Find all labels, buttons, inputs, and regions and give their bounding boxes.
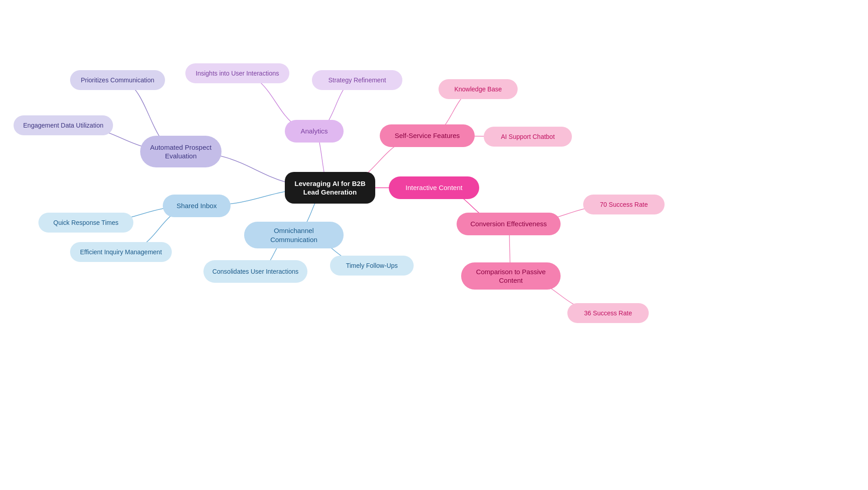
- timely-followups-node: Timely Follow-Ups: [330, 256, 414, 276]
- insights-user-node: Insights into User Interactions: [185, 63, 289, 83]
- consolidates-node: Consolidates User Interactions: [203, 260, 307, 283]
- automated-prospect-node: Automated Prospect Evaluation: [140, 136, 222, 167]
- engagement-data-node: Engagement Data Utilization: [14, 115, 113, 135]
- analytics-node: Analytics: [285, 120, 344, 143]
- self-service-node: Self-Service Features: [380, 124, 475, 147]
- efficient-inquiry-node: Efficient Inquiry Management: [70, 242, 172, 262]
- ai-support-node: AI Support Chatbot: [484, 127, 572, 147]
- knowledge-base-node: Knowledge Base: [439, 79, 518, 99]
- center-node: Leveraging AI for B2B Lead Generation: [285, 172, 375, 204]
- interactive-content-node: Interactive Content: [389, 176, 479, 199]
- success-70-node: 70 Success Rate: [583, 195, 665, 214]
- success-36-node: 36 Success Rate: [567, 303, 649, 323]
- shared-inbox-node: Shared Inbox: [163, 195, 231, 217]
- quick-response-node: Quick Response Times: [38, 213, 133, 233]
- conversion-effect-node: Conversion Effectiveness: [457, 213, 561, 235]
- strategy-ref-node: Strategy Refinement: [312, 70, 402, 90]
- prioritizes-comm-node: Prioritizes Communication: [70, 70, 165, 90]
- omnichannel-node: Omnichannel Communication: [244, 222, 344, 248]
- comparison-passive-node: Comparison to Passive Content: [461, 262, 561, 290]
